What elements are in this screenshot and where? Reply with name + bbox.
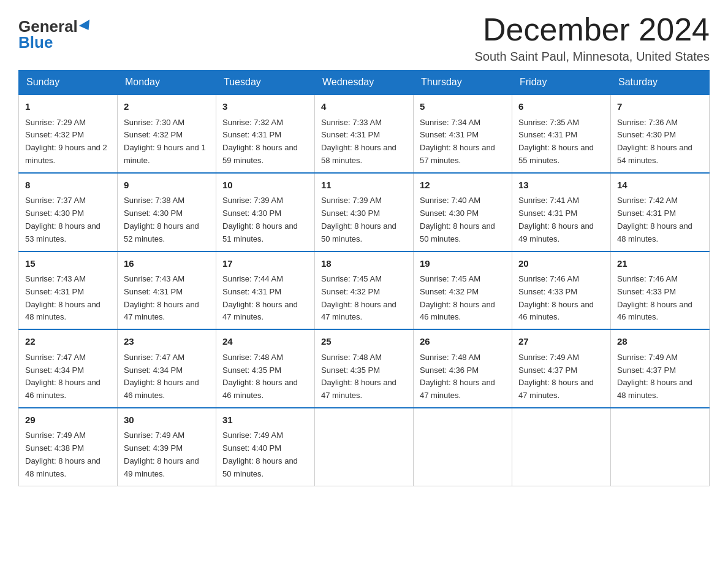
calendar-day-cell: 9Sunrise: 7:38 AMSunset: 4:30 PMDaylight… <box>118 173 216 251</box>
calendar-day-cell: 6Sunrise: 7:35 AMSunset: 4:31 PMDaylight… <box>512 94 611 173</box>
calendar-day-cell: 24Sunrise: 7:48 AMSunset: 4:35 PMDayligh… <box>216 329 315 408</box>
day-info: Sunrise: 7:49 AMSunset: 4:38 PMDaylight:… <box>25 429 111 480</box>
day-number: 8 <box>25 178 111 193</box>
day-info: Sunrise: 7:39 AMSunset: 4:30 PMDaylight:… <box>222 194 308 245</box>
calendar-header-thursday: Thursday <box>414 71 512 95</box>
page-header: General Blue December 2024 South Saint P… <box>18 12 710 64</box>
calendar-header-friday: Friday <box>512 71 611 95</box>
day-number: 4 <box>321 100 407 114</box>
calendar-day-cell: 18Sunrise: 7:45 AMSunset: 4:32 PMDayligh… <box>315 251 414 330</box>
day-number: 29 <box>25 413 111 427</box>
day-info: Sunrise: 7:48 AMSunset: 4:35 PMDaylight:… <box>222 351 308 402</box>
calendar-day-cell: 19Sunrise: 7:45 AMSunset: 4:32 PMDayligh… <box>414 251 512 330</box>
calendar-day-cell: 11Sunrise: 7:39 AMSunset: 4:30 PMDayligh… <box>315 173 414 251</box>
calendar-day-cell: 1Sunrise: 7:29 AMSunset: 4:32 PMDaylight… <box>19 94 118 173</box>
calendar-day-cell: 20Sunrise: 7:46 AMSunset: 4:33 PMDayligh… <box>512 251 611 330</box>
calendar-month-year: December 2024 <box>474 12 710 47</box>
day-info: Sunrise: 7:35 AMSunset: 4:31 PMDaylight:… <box>518 117 604 167</box>
calendar-day-cell <box>512 408 611 486</box>
day-number: 20 <box>518 257 604 271</box>
calendar-day-cell: 26Sunrise: 7:48 AMSunset: 4:36 PMDayligh… <box>414 329 512 408</box>
day-number: 16 <box>124 257 210 271</box>
calendar-location: South Saint Paul, Minnesota, United Stat… <box>474 50 710 64</box>
day-number: 14 <box>617 178 703 193</box>
day-number: 7 <box>617 100 703 114</box>
day-info: Sunrise: 7:47 AMSunset: 4:34 PMDaylight:… <box>124 351 210 402</box>
day-info: Sunrise: 7:45 AMSunset: 4:32 PMDaylight:… <box>420 273 506 324</box>
calendar-week-row: 8Sunrise: 7:37 AMSunset: 4:30 PMDaylight… <box>19 173 710 251</box>
day-number: 19 <box>420 257 506 271</box>
logo: General Blue <box>18 18 93 50</box>
calendar-day-cell: 7Sunrise: 7:36 AMSunset: 4:30 PMDaylight… <box>611 94 710 173</box>
calendar-day-cell <box>414 408 512 486</box>
day-number: 18 <box>321 257 407 271</box>
day-info: Sunrise: 7:33 AMSunset: 4:31 PMDaylight:… <box>321 117 407 167</box>
logo-triangle-icon <box>79 20 94 33</box>
day-info: Sunrise: 7:40 AMSunset: 4:30 PMDaylight:… <box>420 194 506 245</box>
calendar-header-monday: Monday <box>118 71 216 95</box>
day-number: 5 <box>420 100 506 114</box>
day-number: 31 <box>222 413 308 427</box>
day-number: 21 <box>617 257 703 271</box>
day-info: Sunrise: 7:37 AMSunset: 4:30 PMDaylight:… <box>25 194 111 245</box>
day-number: 30 <box>124 413 210 427</box>
calendar-header-saturday: Saturday <box>611 71 710 95</box>
calendar-day-cell: 17Sunrise: 7:44 AMSunset: 4:31 PMDayligh… <box>216 251 315 330</box>
calendar-week-row: 29Sunrise: 7:49 AMSunset: 4:38 PMDayligh… <box>19 408 710 486</box>
calendar-day-cell: 22Sunrise: 7:47 AMSunset: 4:34 PMDayligh… <box>19 329 118 408</box>
calendar-day-cell: 13Sunrise: 7:41 AMSunset: 4:31 PMDayligh… <box>512 173 611 251</box>
calendar-header-row: SundayMondayTuesdayWednesdayThursdayFrid… <box>19 71 710 95</box>
day-info: Sunrise: 7:45 AMSunset: 4:32 PMDaylight:… <box>321 273 407 324</box>
calendar-title-section: December 2024 South Saint Paul, Minnesot… <box>474 12 710 64</box>
day-info: Sunrise: 7:32 AMSunset: 4:31 PMDaylight:… <box>222 117 308 167</box>
calendar-day-cell: 23Sunrise: 7:47 AMSunset: 4:34 PMDayligh… <box>118 329 216 408</box>
day-number: 2 <box>124 100 210 114</box>
day-number: 9 <box>124 178 210 193</box>
day-number: 23 <box>124 335 210 349</box>
day-info: Sunrise: 7:38 AMSunset: 4:30 PMDaylight:… <box>124 194 210 245</box>
calendar-day-cell: 3Sunrise: 7:32 AMSunset: 4:31 PMDaylight… <box>216 94 315 173</box>
day-info: Sunrise: 7:49 AMSunset: 4:37 PMDaylight:… <box>518 351 604 402</box>
day-info: Sunrise: 7:49 AMSunset: 4:37 PMDaylight:… <box>617 351 703 402</box>
calendar-day-cell: 16Sunrise: 7:43 AMSunset: 4:31 PMDayligh… <box>118 251 216 330</box>
day-number: 13 <box>518 178 604 193</box>
calendar-day-cell: 8Sunrise: 7:37 AMSunset: 4:30 PMDaylight… <box>19 173 118 251</box>
day-number: 24 <box>222 335 308 349</box>
day-number: 27 <box>518 335 604 349</box>
day-info: Sunrise: 7:47 AMSunset: 4:34 PMDaylight:… <box>25 351 111 402</box>
day-number: 3 <box>222 100 308 114</box>
calendar-day-cell: 12Sunrise: 7:40 AMSunset: 4:30 PMDayligh… <box>414 173 512 251</box>
day-info: Sunrise: 7:42 AMSunset: 4:31 PMDaylight:… <box>617 194 703 245</box>
calendar-header-sunday: Sunday <box>19 71 118 95</box>
day-number: 12 <box>420 178 506 193</box>
calendar-day-cell <box>315 408 414 486</box>
calendar-day-cell: 15Sunrise: 7:43 AMSunset: 4:31 PMDayligh… <box>19 251 118 330</box>
calendar-header-tuesday: Tuesday <box>216 71 315 95</box>
calendar-day-cell: 27Sunrise: 7:49 AMSunset: 4:37 PMDayligh… <box>512 329 611 408</box>
day-number: 26 <box>420 335 506 349</box>
day-info: Sunrise: 7:49 AMSunset: 4:39 PMDaylight:… <box>124 429 210 480</box>
day-number: 10 <box>222 178 308 193</box>
calendar-day-cell: 5Sunrise: 7:34 AMSunset: 4:31 PMDaylight… <box>414 94 512 173</box>
calendar-day-cell: 25Sunrise: 7:48 AMSunset: 4:35 PMDayligh… <box>315 329 414 408</box>
day-number: 11 <box>321 178 407 193</box>
calendar-day-cell: 30Sunrise: 7:49 AMSunset: 4:39 PMDayligh… <box>118 408 216 486</box>
logo-blue-text: Blue <box>18 34 53 50</box>
day-info: Sunrise: 7:30 AMSunset: 4:32 PMDaylight:… <box>124 117 210 167</box>
day-number: 15 <box>25 257 111 271</box>
day-number: 17 <box>222 257 308 271</box>
calendar-day-cell: 28Sunrise: 7:49 AMSunset: 4:37 PMDayligh… <box>611 329 710 408</box>
day-number: 28 <box>617 335 703 349</box>
calendar-day-cell: 31Sunrise: 7:49 AMSunset: 4:40 PMDayligh… <box>216 408 315 486</box>
calendar-week-row: 1Sunrise: 7:29 AMSunset: 4:32 PMDaylight… <box>19 94 710 173</box>
calendar-day-cell: 4Sunrise: 7:33 AMSunset: 4:31 PMDaylight… <box>315 94 414 173</box>
day-info: Sunrise: 7:29 AMSunset: 4:32 PMDaylight:… <box>25 117 111 167</box>
logo-general-text: General <box>18 18 78 34</box>
day-number: 6 <box>518 100 604 114</box>
day-info: Sunrise: 7:34 AMSunset: 4:31 PMDaylight:… <box>420 117 506 167</box>
day-number: 22 <box>25 335 111 349</box>
day-number: 1 <box>25 100 111 114</box>
calendar-day-cell: 21Sunrise: 7:46 AMSunset: 4:33 PMDayligh… <box>611 251 710 330</box>
day-info: Sunrise: 7:49 AMSunset: 4:40 PMDaylight:… <box>222 429 308 480</box>
calendar-day-cell: 2Sunrise: 7:30 AMSunset: 4:32 PMDaylight… <box>118 94 216 173</box>
